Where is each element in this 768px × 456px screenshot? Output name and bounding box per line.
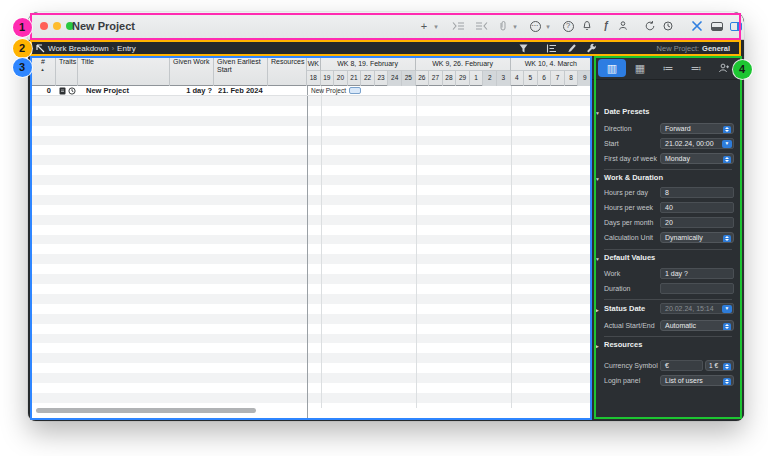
annotation-marker-2: 2 [13, 39, 32, 58]
toggle-right-panel-icon[interactable] [729, 19, 743, 33]
attachment-chevron-icon[interactable]: ▾ [511, 19, 519, 33]
user-icon[interactable] [616, 19, 630, 33]
first-day-of-week-popup[interactable]: Monday [660, 153, 734, 164]
row-stripe [30, 353, 592, 363]
section-disclosure-icon[interactable]: ▼ [595, 110, 600, 116]
section-header-resources[interactable]: Resources [604, 340, 642, 349]
section-header-work-duration[interactable]: Work & Duration [604, 173, 663, 182]
row-given-work[interactable]: 1 day ? [170, 86, 212, 96]
attachment-icon[interactable] [496, 19, 510, 33]
gantt-week-header: WK 8, 19. February [321, 56, 416, 71]
add-icon[interactable]: + [417, 19, 431, 33]
row-stripe [30, 136, 592, 146]
section-disclosure-icon[interactable]: ▼ [595, 176, 600, 182]
start-field[interactable]: 21.02.24, 00:00▾ [660, 138, 734, 149]
work-field[interactable]: 1 day ? [660, 268, 734, 279]
close-window-button[interactable] [40, 22, 48, 30]
horizontal-scrollbar[interactable] [36, 408, 256, 413]
format-list-icon[interactable] [545, 42, 558, 54]
actual-start-end-popup[interactable]: Automatic [660, 320, 734, 331]
more-icon[interactable]: ⋯ [528, 19, 542, 33]
section-header-status-date[interactable]: Status Date [604, 304, 645, 313]
style-brush-icon[interactable] [565, 42, 578, 54]
row-stripe [30, 96, 592, 106]
column-header-given-earliest-start[interactable]: Given Earliest Start [214, 56, 268, 86]
row-number: 0 [30, 86, 51, 96]
row-title[interactable]: New Project [86, 86, 168, 96]
tab-calendar[interactable]: ▦ [626, 59, 654, 77]
filter-icon[interactable] [517, 42, 530, 54]
tab-list[interactable]: ≔ [654, 59, 682, 77]
label-currency-symbol: Currency Symbol [604, 362, 660, 369]
section-disclosure-icon[interactable]: ▼ [595, 256, 600, 262]
minimize-window-button[interactable] [53, 22, 61, 30]
function-icon[interactable]: ƒ [599, 19, 613, 33]
section-header-default-values[interactable]: Default Values [604, 253, 655, 262]
row-given-earliest-start[interactable]: 21. Feb 2024 [218, 86, 268, 96]
label-start: Start [604, 140, 660, 147]
status-date-field[interactable]: 20.02.24, 15:14▾ [660, 303, 734, 314]
section-disclosure-icon[interactable]: ▶ [595, 343, 599, 349]
breadcrumb[interactable]: Work Breakdown › Entry [48, 44, 136, 53]
hours-per-week-field[interactable]: 40 [660, 202, 734, 213]
label-work: Work [604, 270, 660, 277]
project-settings-label[interactable]: New Project:General [657, 44, 730, 53]
currency-symbol-unit-popup[interactable]: 1 € [705, 360, 734, 371]
tab-plan-settings[interactable]: ▥ [598, 59, 626, 77]
calculation-unit-popup[interactable]: Dynamically [660, 232, 734, 243]
outline-header: #▴TraitsTitleGiven WorkGiven Earliest St… [30, 56, 592, 86]
outdent-icon[interactable] [474, 19, 488, 33]
gantt-day-header: 20 [334, 71, 348, 86]
add-chevron-icon[interactable]: ▾ [432, 19, 440, 33]
row-stripe [30, 126, 592, 136]
row-traits [59, 87, 76, 95]
column-header-given-work[interactable]: Given Work [170, 56, 214, 86]
tools-icon[interactable] [690, 19, 704, 33]
work-breakdown-view[interactable]: #▴TraitsTitleGiven WorkGiven Earliest St… [30, 56, 592, 420]
column-header-num[interactable]: #▴ [30, 56, 56, 86]
table-row[interactable]: 0 New Project 1 day ? 21. Feb 2024 New P… [30, 86, 592, 96]
duration-field[interactable] [660, 283, 734, 294]
settings-wrench-icon[interactable] [585, 42, 598, 54]
row-stripe [30, 344, 592, 354]
breadcrumb-item[interactable]: Entry [117, 44, 136, 53]
column-header-traits[interactable]: Traits [56, 56, 78, 86]
stepper-icon [723, 378, 731, 386]
more-chevron-icon[interactable]: ▾ [544, 19, 552, 33]
history-clock-icon[interactable] [661, 19, 675, 33]
days-per-month-field[interactable]: 20 [660, 217, 734, 228]
tab-outline-options[interactable]: ≕ [682, 59, 710, 77]
view-selector-icon[interactable] [34, 42, 47, 54]
label-hours-per-day: Hours per day [604, 189, 660, 196]
gantt-day-header: 28 [443, 71, 457, 86]
sync-icon[interactable] [643, 19, 657, 33]
label-duration: Duration [604, 285, 660, 292]
section-divider [604, 249, 732, 250]
column-header-resources[interactable]: Resources [268, 56, 307, 86]
row-stripe [30, 304, 592, 314]
section-disclosure-icon[interactable]: ▶ [595, 307, 599, 313]
gantt-task-bar[interactable] [349, 87, 361, 94]
gantt-day-header: 21 [348, 71, 362, 86]
stepper-icon [723, 323, 731, 331]
breadcrumb-view[interactable]: Work Breakdown [48, 44, 109, 53]
start-date-dropdown-icon[interactable]: ▾ [722, 140, 732, 148]
gantt-day-header: 1 [470, 71, 484, 86]
toggle-bottom-panel-icon[interactable] [710, 19, 724, 33]
row-stripe [30, 116, 592, 126]
project-label-value: General [702, 44, 730, 53]
column-header-title[interactable]: Title [78, 56, 170, 86]
currency-symbol-field[interactable]: € [660, 360, 703, 371]
outline-body [30, 56, 592, 420]
notifications-bell-icon[interactable] [580, 19, 594, 33]
section-header-date-presets[interactable]: Date Presets [604, 107, 649, 116]
login-panel-popup[interactable]: List of users [660, 375, 734, 386]
row-stripe [30, 314, 592, 324]
row-stripe [30, 274, 592, 284]
indent-icon[interactable] [451, 19, 465, 33]
direction-popup[interactable]: Forward [660, 123, 734, 134]
titlebar: New Project + ▾ ▾ ⋯ ▾ ? ƒ [28, 12, 744, 40]
help-icon[interactable]: ? [561, 19, 575, 33]
status-date-date-dropdown-icon[interactable]: ▾ [722, 305, 732, 313]
hours-per-day-field[interactable]: 8 [660, 187, 734, 198]
